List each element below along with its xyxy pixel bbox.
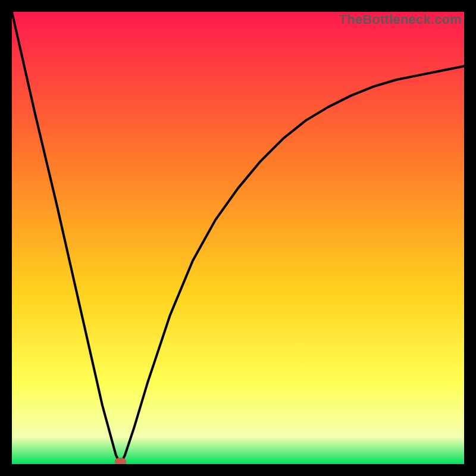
plot-area bbox=[12, 12, 464, 464]
chart-frame: TheBottleneck.com bbox=[0, 0, 476, 476]
plot-svg bbox=[12, 12, 464, 464]
watermark-text: TheBottleneck.com bbox=[339, 12, 462, 27]
